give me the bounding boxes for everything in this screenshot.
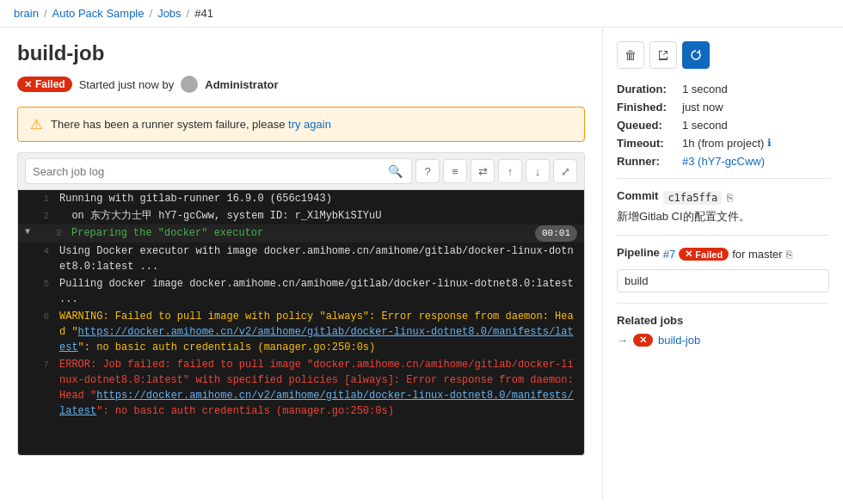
finished-row: Finished: just now (617, 101, 829, 114)
log-line-collapsible: ▼ 3 Preparing the "docker" executor 00:0… (18, 224, 584, 243)
search-input[interactable] (33, 165, 381, 178)
status-row: ✕ Failed Started just now by Administrat… (17, 76, 585, 93)
duration-row: Duration: 1 second (617, 83, 829, 95)
timeout-info-icon[interactable]: ℹ (767, 137, 772, 150)
commit-section: Commit c1fa5ffa ⎘ 新增Gitlab CI的配置文件。 (617, 178, 829, 224)
runner-row: Runner: #3 (hY7-gcCww) (617, 155, 829, 168)
warning-banner: ⚠ There has been a runner system failure… (17, 107, 585, 142)
related-job-item: → ✕ build-job (617, 334, 829, 347)
related-x-icon: ✕ (639, 335, 647, 346)
action-buttons: 🗑 (617, 41, 829, 69)
delete-button[interactable]: 🗑 (617, 41, 644, 69)
arrow-icon: → (617, 334, 628, 347)
status-label: Failed (35, 78, 65, 90)
page-title: build-job (17, 41, 585, 65)
scroll-right-button[interactable]: ⇄ (471, 159, 495, 183)
try-again-link[interactable]: try again (288, 118, 331, 131)
fullscreen-button[interactable]: ⤢ (553, 159, 577, 183)
log-line-warning: 6 WARNING: Failed to pull image with pol… (18, 308, 584, 356)
timeout-row: Timeout: 1h (from project) ℹ (617, 137, 829, 150)
left-panel: build-job ✕ Failed Started just now by A… (0, 28, 602, 500)
breadcrumb-sep-2: / (150, 7, 153, 20)
commit-hash: c1fa5ffa (663, 191, 722, 205)
warning-icon: ⚠ (30, 116, 42, 132)
breadcrumb-brain[interactable]: brain (14, 7, 39, 20)
log-line-error: 7 ERROR: Job failed: failed to pull imag… (18, 356, 584, 420)
retry-button[interactable] (682, 41, 710, 69)
queued-row: Queued: 1 second (617, 119, 829, 132)
breadcrumb-sep-3: / (187, 7, 190, 20)
log-area[interactable]: 1 Running with gitlab-runner 16.9.0 (656… (17, 189, 585, 456)
breadcrumb-sep-1: / (44, 7, 47, 20)
pipeline-for-text: for master (732, 248, 783, 261)
copy-pipeline-icon[interactable]: ⎘ (786, 249, 792, 261)
error-link[interactable]: https://docker.amihome.cn/v2/amihome/git… (59, 390, 574, 417)
copy-commit-icon[interactable]: ⎘ (727, 192, 733, 204)
log-line: 4 Using Docker executor with image docke… (18, 243, 584, 275)
related-job-link[interactable]: build-job (658, 334, 700, 347)
admin-name: Administrator (205, 78, 278, 91)
pipeline-row: Pipeline #7 ✕ Failed for master ⎘ (617, 246, 829, 262)
breadcrumb-current: #41 (194, 7, 213, 20)
runner-link[interactable]: #3 (hY7-gcCww) (682, 155, 765, 168)
log-line: 1 Running with gitlab-runner 16.9.0 (656… (18, 190, 584, 207)
started-text: Started just now by (79, 78, 175, 91)
pipeline-section: Pipeline #7 ✕ Failed for master ⎘ build (617, 235, 829, 292)
scroll-bottom-button[interactable]: ↓ (526, 159, 550, 183)
help-button[interactable]: ? (415, 159, 440, 183)
warning-link[interactable]: https://docker.amihome.cn/v2/amihome/git… (59, 326, 574, 353)
commit-message: 新增Gitlab CI的配置文件。 (617, 209, 829, 224)
related-jobs-title: Related jobs (617, 314, 829, 327)
log-line: 5 Pulling docker image docker.amihome.cn… (18, 275, 584, 308)
related-jobs-section: Related jobs → ✕ build-job (617, 303, 829, 347)
stage-select[interactable]: build (617, 269, 829, 292)
failed-x-icon: ✕ (24, 79, 32, 90)
raw-log-button[interactable]: ≡ (443, 159, 467, 183)
breadcrumb-project[interactable]: Auto Pack Sample (52, 7, 145, 20)
pipeline-x-icon: ✕ (685, 249, 692, 260)
timestamp-badge: 00:01 (535, 225, 577, 242)
log-line: 2 on 东方大力士甲 hY7-gcCww, system ID: r_XlMy… (18, 207, 584, 224)
pipeline-status-badge: ✕ Failed (679, 248, 729, 261)
collapse-icon[interactable]: ▼ (25, 225, 30, 238)
breadcrumb: brain / Auto Pack Sample / Jobs / #41 (0, 0, 843, 28)
avatar (181, 76, 198, 93)
related-job-status-badge: ✕ (633, 334, 653, 347)
search-box: 🔍 (25, 158, 412, 184)
search-icon[interactable]: 🔍 (386, 163, 404, 180)
breadcrumb-jobs[interactable]: Jobs (157, 7, 181, 20)
status-badge: ✕ Failed (17, 77, 72, 92)
scroll-top-button[interactable]: ↑ (498, 159, 522, 183)
pipeline-link[interactable]: #7 (663, 248, 675, 261)
open-raw-button[interactable] (649, 41, 677, 69)
warning-message: There has been a runner system failure, … (51, 118, 331, 131)
right-panel: 🗑 Duration: 1 second Finished: just now … (602, 28, 843, 500)
log-toolbar: 🔍 ? ≡ ⇄ ↑ ↓ ⤢ (17, 152, 585, 189)
